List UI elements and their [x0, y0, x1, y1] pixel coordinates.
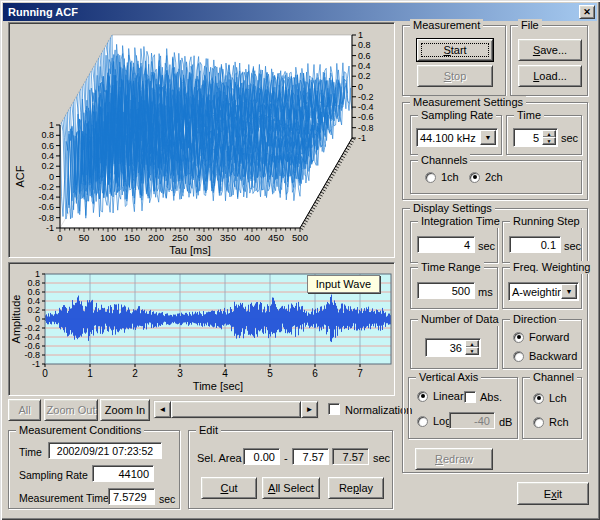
svg-text:0.2: 0.2 [358, 71, 371, 81]
measurement-group: Measurement Start Stop [402, 25, 506, 96]
exit-button[interactable]: Exit [517, 482, 589, 505]
svg-text:-1: -1 [32, 359, 40, 369]
radio-lch-label: Lch [549, 392, 567, 404]
svg-text:-0.8: -0.8 [38, 213, 54, 223]
measurement-time-unit: sec [159, 493, 175, 505]
scroll-right-button[interactable]: ► [301, 401, 318, 418]
channel-group: Channel Lch Rch [522, 377, 582, 439]
sel-area-dash: - [284, 452, 288, 464]
radio-backward[interactable]: Backward [513, 350, 577, 362]
cut-button[interactable]: Cut [201, 477, 257, 499]
sampling-rate-select[interactable]: 44.100 kHz ▼ [416, 128, 498, 147]
zoom-in-button[interactable]: Zoom In [100, 399, 150, 421]
freq-weighting-select[interactable]: A-weighting ▼ [508, 282, 579, 301]
svg-text:350: 350 [220, 232, 236, 243]
sel-area-total-field: 7.57 [332, 448, 369, 465]
sel-area-to-input[interactable]: 7.57 [292, 448, 329, 465]
number-of-data-spinner[interactable]: 36 ▲ ▼ [425, 338, 481, 357]
radio-linear[interactable]: Linear [417, 390, 464, 402]
measurement-settings-title: Measurement Settings [410, 96, 526, 109]
radio-2ch[interactable]: 2ch [469, 171, 503, 183]
freq-weighting-dropdown-button[interactable]: ▼ [561, 284, 577, 299]
spin-down-icon: ▼ [547, 139, 552, 144]
direction-group: Direction Forward Backward [502, 319, 582, 369]
svg-text:300: 300 [196, 232, 212, 243]
file-title: File [518, 19, 542, 32]
svg-text:Time [sec]: Time [sec] [193, 380, 243, 392]
radio-2ch-icon [469, 172, 480, 183]
time-spin-down-button[interactable]: ▼ [542, 137, 556, 145]
chevron-down-icon: ▼ [566, 288, 573, 295]
svg-text:0.4: 0.4 [358, 61, 371, 71]
radio-1ch-label: 1ch [441, 171, 459, 183]
svg-text:500: 500 [292, 232, 308, 243]
svg-text:200: 200 [148, 232, 164, 243]
start-button[interactable]: Start [417, 39, 493, 61]
svg-text:-0.4: -0.4 [358, 102, 374, 112]
abs-checkbox[interactable] [464, 391, 476, 403]
input-wave-label: Input Wave [307, 275, 380, 293]
svg-text:0: 0 [57, 232, 62, 243]
close-button[interactable]: ✕ [579, 5, 595, 19]
integration-time-input[interactable]: 4 [417, 236, 475, 253]
sampling-rate-dropdown-button[interactable]: ▼ [480, 130, 496, 145]
load-button[interactable]: Load... [518, 65, 582, 87]
svg-text:1: 1 [358, 30, 363, 40]
radio-log[interactable]: Log [417, 415, 451, 427]
radio-1ch[interactable]: 1ch [425, 171, 459, 183]
scrollbar-thumb[interactable] [171, 401, 301, 418]
channels-group: Channels 1ch 2ch [410, 160, 582, 194]
radio-linear-icon [417, 391, 428, 402]
radio-rch[interactable]: Rch [533, 416, 569, 428]
time-range-input[interactable]: 500 [417, 282, 475, 299]
zoom-out-button[interactable]: Zoom Out [44, 399, 98, 421]
normalization-checkbox[interactable] [328, 403, 340, 415]
scroll-left-button[interactable]: ◄ [154, 401, 171, 418]
freq-weighting-group: Freq. Weighting A-weighting ▼ [502, 267, 582, 309]
integration-time-title: Integration Time [418, 215, 503, 228]
number-of-data-spin-down-button[interactable]: ▼ [465, 347, 479, 355]
running-step-unit: sec [564, 240, 581, 252]
display-settings-title: Display Settings [410, 202, 495, 215]
svg-text:0.6: 0.6 [358, 51, 371, 61]
measurement-time-label: Measurement Time [19, 492, 109, 504]
svg-text:0.6: 0.6 [41, 141, 54, 151]
spin-up-icon: ▲ [470, 342, 475, 347]
radio-backward-icon [513, 351, 524, 362]
measurement-settings-group: Measurement Settings Sampling Rate 44.10… [402, 102, 588, 200]
svg-text:6: 6 [312, 368, 318, 379]
sel-area-label: Sel. Area [197, 452, 242, 464]
svg-text:-1: -1 [358, 133, 366, 143]
svg-text:400: 400 [244, 232, 260, 243]
all-button[interactable]: All [8, 399, 41, 421]
time-spinner[interactable]: 5 ▲ ▼ [513, 128, 558, 147]
svg-text:0: 0 [42, 368, 48, 379]
radio-lch[interactable]: Lch [533, 392, 567, 404]
svg-text:0: 0 [49, 172, 54, 182]
radio-1ch-icon [425, 172, 436, 183]
direction-title: Direction [510, 313, 559, 326]
save-button[interactable]: Save... [518, 39, 582, 61]
svg-text:0.4: 0.4 [41, 151, 54, 161]
wave-scrollbar[interactable]: ◄ ► [153, 400, 319, 419]
svg-text:-0.6: -0.6 [38, 202, 54, 212]
vertical-axis-title: Vertical Axis [416, 371, 481, 384]
svg-text:0.8: 0.8 [41, 130, 54, 140]
scroll-left-icon: ◄ [159, 405, 167, 414]
edit-group: Edit Sel. Area 0.00 - 7.57 7.57 sec Cut … [188, 430, 393, 509]
radio-backward-label: Backward [529, 350, 577, 362]
radio-forward[interactable]: Forward [513, 331, 569, 343]
integration-time-unit: sec [478, 240, 495, 252]
all-select-button[interactable]: All Select [262, 477, 320, 499]
running-step-input[interactable]: 0.1 [509, 236, 561, 253]
display-settings-group: Display Settings Integration Time 4 sec … [402, 208, 588, 473]
radio-forward-icon [513, 332, 524, 343]
redraw-button[interactable]: Redraw [415, 448, 493, 470]
measurement-conditions-group: Measurement Conditions Time 2002/09/21 0… [8, 430, 180, 509]
stop-button[interactable]: Stop [417, 65, 493, 87]
sel-area-from-input[interactable]: 0.00 [243, 448, 280, 465]
log-db-input[interactable]: -40 [449, 412, 495, 429]
titlebar[interactable]: Running ACF ✕ [3, 3, 597, 21]
svg-text:5: 5 [267, 368, 273, 379]
replay-button[interactable]: Replay [328, 477, 384, 499]
